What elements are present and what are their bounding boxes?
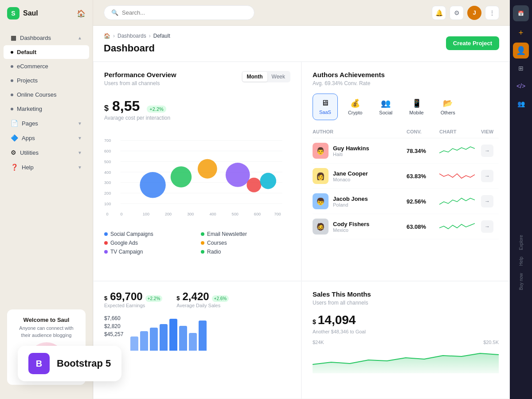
legend-dot-google [104, 241, 108, 245]
view-btn-2[interactable]: → [481, 170, 493, 182]
notification-button[interactable]: 🔔 [432, 6, 446, 20]
breadcrumb-default: Default [153, 33, 170, 39]
svg-text:200: 200 [165, 212, 172, 216]
header: 🔍 🔔 ⚙ J ⋮ [93, 0, 510, 26]
page-title: Dashboard [104, 43, 155, 54]
user-avatar-right[interactable]: 👤 [513, 43, 529, 59]
create-project-button[interactable]: Create Project [446, 36, 499, 50]
sidebar-item-apps[interactable]: 🔷 Apps ▼ [4, 131, 89, 145]
sidebar-item-default[interactable]: Default [4, 45, 89, 59]
author-details-2: Jane Cooper Monaco [333, 170, 368, 182]
authors-subtitle: Avg. 69.34% Conv. Rate [313, 80, 499, 86]
tab-saas[interactable]: 🖥 SaaS [313, 94, 338, 120]
breadcrumb-dashboards[interactable]: Dashboards [117, 33, 146, 39]
author-avatar-1: 👨 [313, 143, 329, 159]
bubble-chart: 700 600 500 400 300 200 100 0 0 100 200 … [104, 128, 290, 226]
bootstrap-icon: B [28, 353, 50, 374]
tab-crypto[interactable]: 💰 Crypto [341, 94, 369, 120]
breadcrumb-home-icon[interactable]: 🏠 [104, 33, 110, 39]
legend-label-courses: Courses [207, 240, 227, 246]
user-avatar[interactable]: J [467, 6, 481, 20]
svg-text:300: 300 [187, 212, 194, 216]
svg-point-24 [171, 166, 192, 187]
legend-google-ads: Google Ads [104, 240, 194, 246]
svg-text:500: 500 [104, 160, 111, 164]
mobile-tab-label: Mobile [409, 110, 423, 115]
chevron-pages-icon: ▼ [78, 121, 82, 126]
sidebar-label-default: Default [17, 49, 36, 55]
sidebar-item-dashboards[interactable]: ▦ Dashboards ▲ [4, 31, 89, 45]
breadcrumb-sep1: › [113, 33, 115, 39]
menu-button[interactable]: ⋮ [485, 6, 499, 20]
svg-text:0: 0 [121, 212, 123, 216]
earnings-badge: +2.2% [145, 295, 163, 302]
conv-4: 63.08% [407, 223, 438, 230]
metric-row: $ 8,55 +2.2% [104, 99, 290, 113]
svg-text:100: 100 [104, 202, 111, 206]
month-button[interactable]: Month [243, 72, 267, 82]
sales-goal-text: Another $48,346 to Goal [313, 329, 499, 334]
back-icon[interactable]: 🏠 [77, 9, 86, 18]
legend-dot-courses [201, 241, 204, 245]
grid-icon-btn[interactable]: ⊞ [513, 60, 529, 76]
code-icon-btn[interactable]: </> [513, 78, 529, 94]
sidebar-item-ecommerce[interactable]: eCommerce [4, 59, 89, 73]
saas-tab-icon: 🖥 [321, 98, 329, 108]
performance-title-group: Performance Overview Users from all chan… [104, 71, 176, 94]
performance-subtitle: Users from all channels [104, 80, 176, 86]
svg-text:500: 500 [232, 212, 239, 216]
mobile-tab-icon: 📱 [412, 98, 422, 108]
sidebar-label-help: Help [22, 164, 34, 171]
sidebar-item-utilities[interactable]: ⚙ Utilities ▼ [4, 145, 89, 160]
search-input[interactable] [122, 9, 247, 16]
daily-value-row: $ 2,420 +2.6% [176, 290, 229, 303]
plus-icon-btn[interactable]: + [513, 25, 529, 41]
nav-dot-projects [11, 79, 13, 82]
view-btn-1[interactable]: → [481, 145, 493, 157]
sidebar-item-online-courses[interactable]: Online Courses [4, 88, 89, 102]
metric-value: 8,55 [112, 99, 140, 113]
bar-8 [199, 321, 207, 351]
sidebar-label-dashboards: Dashboards [20, 35, 51, 41]
explore-label[interactable]: Explore [517, 231, 525, 254]
tab-others[interactable]: 📂 Others [434, 94, 462, 120]
user-icon-btn[interactable]: 👥 [513, 96, 529, 112]
others-tab-icon: 📂 [443, 98, 453, 108]
tab-mobile[interactable]: 📱 Mobile [403, 94, 430, 120]
earnings-value: 69,700 [110, 290, 142, 303]
week-button[interactable]: Week [267, 72, 289, 82]
col-conv: CONV. [407, 129, 438, 134]
col-chart: CHART [439, 129, 479, 134]
bottom-values: $7,660 $2,820 $45,257 [104, 315, 123, 351]
authors-panel: Authors Achievements Avg. 69.34% Conv. R… [301, 62, 510, 281]
bar-chart [130, 315, 290, 351]
sidebar-item-marketing[interactable]: Marketing [4, 102, 89, 116]
performance-header: Performance Overview Users from all chan… [104, 71, 290, 94]
content-area: 🏠 › Dashboards › Default Dashboard Creat… [93, 26, 510, 399]
header-right: 🔔 ⚙ J ⋮ [432, 6, 499, 20]
bar-6 [179, 326, 187, 351]
val-2: $2,820 [104, 323, 123, 329]
crypto-tab-icon: 💰 [350, 98, 360, 108]
view-btn-4[interactable]: → [481, 220, 493, 233]
y-label-20k: $20.5K [483, 340, 499, 345]
view-btn-3[interactable]: → [481, 195, 493, 207]
search-bar[interactable]: 🔍 [104, 5, 254, 20]
tab-social[interactable]: 👥 Social [372, 94, 399, 120]
chevron-icon: ▲ [78, 35, 82, 40]
calendar-icon-btn[interactable]: 📅 [513, 5, 529, 21]
sidebar-item-projects[interactable]: Projects [4, 74, 89, 87]
table-row: 👦 Jacob Jones Poland 92.56% [313, 189, 499, 214]
sidebar-item-pages[interactable]: 📄 Pages ▼ [4, 116, 89, 130]
performance-title: Performance Overview [104, 71, 176, 78]
earnings-value-row: $ 69,700 +2.2% [104, 290, 162, 303]
buy-now-label[interactable]: Buy now [517, 270, 525, 293]
metric-label: Avarage cost per interaction [104, 115, 290, 121]
daily-dollar: $ [176, 295, 180, 301]
svg-text:600: 600 [104, 149, 111, 153]
bar-3 [150, 328, 158, 351]
help-label[interactable]: Help [517, 253, 525, 270]
sidebar-item-help[interactable]: ❓ Help ▼ [4, 160, 89, 174]
settings-button[interactable]: ⚙ [450, 6, 464, 20]
legend-dot-tv [104, 250, 108, 254]
